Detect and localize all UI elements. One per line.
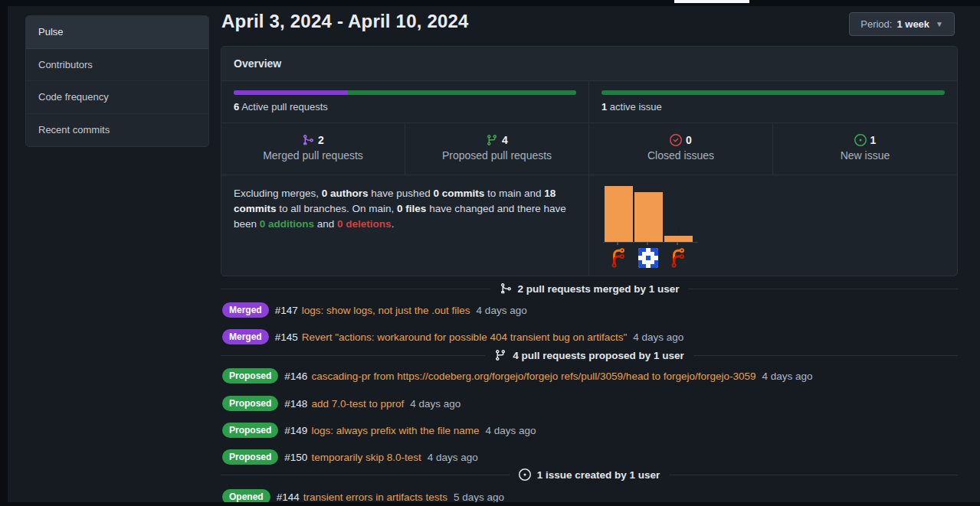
chevron-down-icon: ▼ bbox=[936, 20, 943, 28]
divider bbox=[688, 289, 958, 289]
sidebar-item-recent-commits[interactable]: Recent commits bbox=[26, 114, 208, 147]
sidebar-item-code-frequency[interactable]: Code frequency bbox=[26, 81, 208, 114]
sidebar-item-label: Pulse bbox=[38, 26, 64, 38]
summary-segment: and bbox=[314, 218, 337, 230]
axis-tick bbox=[617, 242, 618, 245]
summary-segment: 0 authors bbox=[322, 188, 369, 199]
pr-link[interactable]: #149 logs: always prefix with the file n… bbox=[284, 425, 479, 436]
active-issue-text: active issue bbox=[610, 101, 662, 113]
period-label: Period: bbox=[860, 18, 892, 30]
chart-bar-col: 8 bbox=[634, 184, 663, 268]
window-top-edge bbox=[0, 0, 980, 6]
issue-progress-open-segment bbox=[601, 90, 945, 95]
merged-section-heading: 2 pull requests merged by 1 user bbox=[221, 282, 958, 295]
pr-link[interactable]: #145 Revert "actions: workaround for pos… bbox=[275, 331, 628, 343]
overview-stats-row: 2 Merged pull requests 4 Proposed pull r… bbox=[221, 123, 957, 175]
active-tab-indicator bbox=[674, 0, 749, 3]
pr-progress-bar bbox=[234, 90, 576, 95]
pr-link[interactable]: #148 add 7.0-test to pprof bbox=[284, 398, 404, 410]
chart-bar bbox=[634, 192, 663, 242]
git-merge-icon bbox=[500, 282, 512, 295]
axis-tick bbox=[647, 242, 648, 245]
stat-count: 1 bbox=[870, 134, 877, 146]
stat-merged-prs: 2 Merged pull requests bbox=[221, 123, 405, 175]
sidebar-item-label: Code frequency bbox=[38, 91, 109, 103]
section-heading-text: 4 pull requests proposed by 1 user bbox=[513, 350, 684, 361]
issue-open-icon bbox=[854, 134, 867, 146]
sidebar-item-label: Recent commits bbox=[38, 124, 110, 135]
pr-time: 4 days ago bbox=[633, 331, 683, 343]
overview-panel-header: Overview bbox=[221, 47, 957, 81]
forgejo-avatar[interactable] bbox=[668, 248, 688, 268]
issue-title: transient errors in artifacts tests bbox=[303, 491, 447, 503]
issue-closed-icon bbox=[670, 134, 682, 146]
pr-time: 4 days ago bbox=[428, 452, 478, 463]
issue-link[interactable]: #144 transient errors in artifacts tests bbox=[277, 491, 447, 503]
chart-bar-col: 1 bbox=[664, 184, 693, 268]
status-badge: Proposed bbox=[222, 368, 278, 384]
divider bbox=[669, 475, 958, 475]
pr-title: Revert "actions: workaround for possible… bbox=[302, 331, 628, 343]
git-branch-icon bbox=[494, 349, 506, 361]
pr-row: Merged #147 logs: show logs, not just th… bbox=[222, 302, 527, 318]
window-bottom-edge bbox=[0, 502, 980, 506]
section-heading-text: 1 issue created by 1 user bbox=[537, 469, 660, 481]
summary-segment: 0 files bbox=[397, 203, 426, 214]
divider bbox=[693, 355, 958, 356]
window-left-edge bbox=[0, 0, 8, 506]
overview-title: Overview bbox=[234, 57, 281, 70]
stat-new-issues: 1 New issue bbox=[773, 123, 957, 175]
commits-per-author-chart: 9 8 bbox=[589, 175, 957, 276]
sidebar-item-contributors[interactable]: Contributors bbox=[26, 49, 208, 82]
divider bbox=[221, 475, 510, 475]
status-badge: Merged bbox=[222, 302, 269, 318]
pr-row: Merged #145 Revert "actions: workaround … bbox=[222, 328, 683, 345]
divider bbox=[221, 289, 490, 289]
pr-progress-proposed-segment bbox=[348, 90, 576, 95]
git-branch-icon bbox=[486, 134, 498, 146]
issue-time: 5 days ago bbox=[454, 491, 504, 503]
pr-link[interactable]: #147 logs: show logs, not just the .out … bbox=[275, 305, 470, 316]
chart-bar-col: 9 bbox=[605, 184, 633, 268]
pr-link[interactable]: #146 cascading-pr from https://codeberg.… bbox=[284, 371, 755, 382]
status-badge: Proposed bbox=[222, 396, 278, 411]
pr-link[interactable]: #150 temporarily skip 8.0-test bbox=[284, 452, 421, 463]
active-issue-count: 1 bbox=[601, 101, 607, 113]
pr-number: #149 bbox=[284, 425, 307, 436]
pr-time: 4 days ago bbox=[762, 371, 813, 382]
status-badge: Proposed bbox=[222, 423, 278, 438]
pr-number: #147 bbox=[275, 305, 298, 316]
sidebar-item-label: Contributors bbox=[38, 59, 93, 70]
stat-label: Proposed pull requests bbox=[405, 149, 588, 162]
stat-label: Merged pull requests bbox=[221, 149, 405, 162]
stat-proposed-prs: 4 Proposed pull requests bbox=[405, 123, 589, 175]
summary-additions: 0 additions bbox=[260, 218, 314, 230]
stat-label: Closed issues bbox=[589, 149, 772, 162]
page-title: April 3, 2024 - April 10, 2024 bbox=[221, 11, 469, 32]
stat-label: New issue bbox=[773, 149, 957, 162]
pr-title: logs: always prefix with the file name bbox=[311, 425, 479, 436]
pr-row: Proposed #150 temporarily skip 8.0-test … bbox=[222, 449, 478, 465]
git-merge-icon bbox=[302, 134, 314, 146]
pr-time: 4 days ago bbox=[410, 398, 461, 410]
pr-number: #150 bbox=[284, 452, 307, 463]
summary-segment: Excluding merges, bbox=[234, 188, 322, 199]
chart-bar bbox=[605, 186, 633, 242]
period-dropdown-button[interactable]: Period: 1 week ▼ bbox=[849, 12, 955, 36]
pr-number: #146 bbox=[284, 371, 307, 382]
pr-number: #145 bbox=[275, 331, 298, 343]
divider bbox=[221, 355, 485, 356]
issue-number: #144 bbox=[277, 491, 300, 503]
axis-tick bbox=[677, 242, 678, 245]
stat-count: 4 bbox=[502, 134, 508, 146]
pr-progress-merged-segment bbox=[234, 90, 348, 95]
sidebar-item-pulse[interactable]: Pulse bbox=[26, 16, 208, 49]
active-issue-cell: 1 active issue bbox=[589, 81, 957, 122]
active-pr-text: Active pull requests bbox=[241, 101, 328, 113]
bar-value-label: 1 bbox=[664, 224, 693, 233]
pixel-identicon-avatar[interactable] bbox=[638, 248, 658, 268]
pr-row: Proposed #149 logs: always prefix with t… bbox=[222, 422, 536, 439]
forgejo-avatar[interactable] bbox=[608, 248, 628, 268]
status-badge: Merged bbox=[222, 329, 269, 344]
status-badge: Proposed bbox=[222, 449, 278, 465]
